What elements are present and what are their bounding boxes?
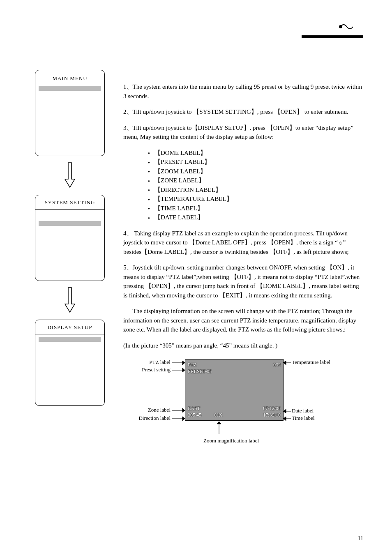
paragraph-2: 2、Tilt up/down joystick to 【SYSTEM SETTI…	[123, 107, 363, 117]
page-number: 11	[358, 534, 363, 543]
overlay-temp: 032	[273, 361, 281, 368]
svg-marker-16	[217, 421, 221, 424]
display-setup-box: DISPLAY SETUP	[35, 320, 105, 406]
list-item: 【DATE LABEL】	[148, 213, 363, 222]
display-setup-title: DISPLAY SETUP	[38, 323, 102, 332]
list-item: 【ZOOM LABEL】	[148, 167, 363, 176]
system-setting-box: SYSTEM SETTING	[35, 195, 105, 281]
svg-marker-4	[182, 368, 185, 372]
time-label-annot: Time label	[292, 414, 315, 422]
paragraph-5: 5、Joystick tilt up/down, setting number …	[123, 263, 363, 300]
overlay-preset: PRESET-05	[188, 368, 212, 375]
main-menu-title: MAIN MENU	[39, 74, 101, 83]
arrow-right-icon	[172, 361, 185, 365]
list-item: 【TIME LABEL】	[148, 204, 363, 213]
list-item: 【TEMPERATURE LABEL】	[148, 194, 363, 204]
label-list: 【DOME LABEL】 【PRESET LABEL】 【ZOOM LABEL】…	[123, 148, 363, 222]
system-setting-title: SYSTEM SETTING	[38, 198, 102, 207]
arrow-right-icon	[172, 408, 185, 412]
video-preview: PTZ 032 PRESET-05 EAST 305 45 01X 07/12/…	[185, 359, 284, 421]
main-menu-highlight	[39, 86, 101, 91]
arrow-left-icon	[284, 361, 291, 365]
arrow-down-icon	[62, 161, 78, 190]
arrow-left-icon	[284, 417, 291, 421]
paragraph-4: 4、 Taking display PTZ label as an exampl…	[123, 229, 363, 257]
ptz-label-annot: PTZ label	[142, 358, 171, 366]
arrow-down-icon	[62, 286, 78, 315]
arrow-left-icon	[284, 409, 291, 413]
paragraph-3: 3、Tilt up/down joystick to【DISPLAY SETUP…	[123, 123, 363, 142]
svg-point-0	[339, 25, 342, 28]
zoom-caption: Zoom magnification label	[203, 437, 259, 445]
sun-icon: ☼	[338, 240, 343, 246]
list-item: 【DIRECTION LABEL】	[148, 185, 363, 195]
paragraph-1: 1、The system enters into the main menu b…	[123, 82, 363, 101]
left-diagram-column: MAIN MENU SYSTEM SETTING DISPLAY SETUP	[29, 33, 111, 447]
main-menu-box: MAIN MENU	[35, 70, 105, 156]
list-item: 【DOME LABEL】	[148, 148, 363, 158]
direction-label-annot: Direction label	[127, 414, 171, 422]
arrow-right-icon	[172, 417, 185, 421]
list-item: 【ZONE LABEL】	[148, 176, 363, 185]
svg-marker-8	[182, 417, 185, 421]
list-item: 【PRESET LABEL】	[148, 157, 363, 167]
overlay-zoom: 01X	[214, 411, 223, 419]
preset-setting-annot: Preset setting	[132, 366, 171, 374]
svg-marker-6	[182, 408, 185, 412]
system-setting-highlight	[39, 221, 101, 226]
svg-marker-2	[182, 361, 185, 365]
arrow-up-icon	[217, 421, 221, 434]
svg-marker-10	[284, 361, 286, 365]
arrow-right-icon	[172, 368, 185, 372]
svg-marker-12	[284, 409, 286, 413]
header-rule	[302, 35, 363, 38]
temperature-label-annot: Temperature label	[292, 358, 330, 366]
annotated-ptz-diagram: PTZ 032 PRESET-05 EAST 305 45 01X 07/12/…	[123, 357, 337, 447]
overlay-direction: 305 45	[188, 411, 201, 419]
overlay-time: 17:39:10	[263, 411, 281, 419]
content-column: 1、The system enters into the main menu b…	[111, 33, 363, 447]
header-ornament-icon	[339, 21, 355, 33]
date-label-annot: Date label	[292, 407, 314, 415]
display-setup-highlight	[39, 337, 101, 342]
paragraph-7: (In the picture “305” means pan angle, “…	[123, 341, 363, 350]
paragraph-6: The displaying information on the screen…	[123, 306, 363, 334]
svg-marker-14	[284, 417, 286, 421]
zone-label-annot: Zone label	[140, 406, 171, 414]
